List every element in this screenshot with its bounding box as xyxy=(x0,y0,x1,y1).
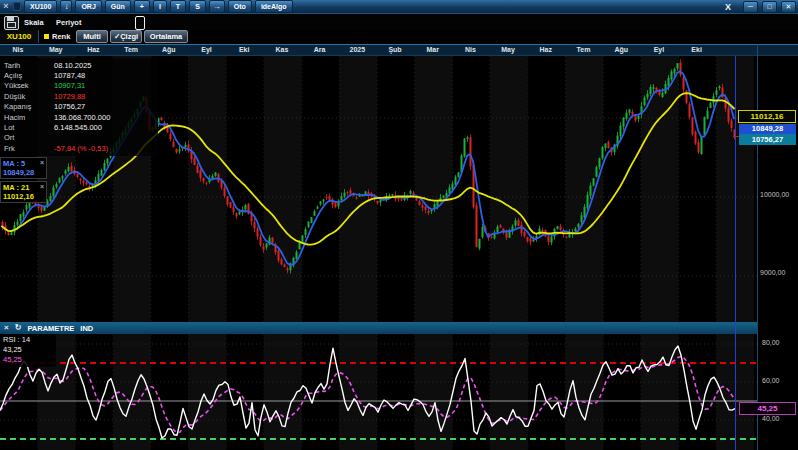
quote-value: 08.10.2025 xyxy=(54,61,92,70)
menu-skala[interactable]: Skala xyxy=(24,18,44,27)
ma5-label: MA : 5 xyxy=(3,159,25,168)
orj-button[interactable]: ORJ xyxy=(75,0,101,13)
quote-label: Ort xyxy=(4,133,54,142)
month-label: Nis xyxy=(3,46,33,53)
quote-label: Kapanış xyxy=(4,102,54,111)
window-minimize-button[interactable]: ─ xyxy=(743,1,758,13)
month-label: Şub xyxy=(380,46,410,53)
ind-menu[interactable]: IND xyxy=(80,324,93,333)
menu-bar: Skala Periyot xyxy=(0,13,798,30)
renk-control[interactable]: Renk xyxy=(44,32,70,41)
quote-label: Hacim xyxy=(4,113,54,122)
month-label: Mar xyxy=(418,46,448,53)
month-label: Kas xyxy=(267,46,297,53)
refresh-icon[interactable]: ↻ xyxy=(15,323,22,333)
month-label: May xyxy=(41,46,71,53)
cursor-vline xyxy=(735,56,736,450)
close-icon[interactable]: × xyxy=(4,323,9,333)
rsi-name: RSI : 14 xyxy=(3,335,56,345)
quote-panel: Tarih08.10.2025 Açılış10787,48 Yüksek109… xyxy=(0,58,158,156)
window-titlebar: × XU100 ↓ ORJ Gün + I T S → Oto ideAlgo … xyxy=(0,0,798,13)
month-label: Nis xyxy=(455,46,485,53)
quote-value: 10729,88 xyxy=(54,92,85,101)
ma21-legend-box: MA : 21× 11012,16 xyxy=(0,181,47,203)
oto-button[interactable]: Oto xyxy=(228,0,252,13)
color-swatch-icon xyxy=(44,34,49,39)
rsi-grid-label: 60,00 xyxy=(762,377,780,384)
window-maximize-button[interactable]: □ xyxy=(762,1,777,13)
period-gun-button[interactable]: Gün xyxy=(105,0,131,13)
price-grid-label: 9000,00 xyxy=(760,269,785,276)
rsi-white-value: 43,25 xyxy=(3,345,56,355)
quote-label: Tarih xyxy=(4,61,54,70)
time-axis[interactable]: NisMayHazTemAğuEylEkiKasAra2025ŞubMarNis… xyxy=(0,44,798,56)
quote-value: 10756,27 xyxy=(54,102,85,111)
ma5-value: 10849,28 xyxy=(3,168,44,177)
zoom-in-button[interactable]: + xyxy=(134,0,150,13)
ma21-price-tag: 11012,16 xyxy=(738,110,796,123)
rsi-chart-area[interactable] xyxy=(0,334,757,450)
window-close-button[interactable]: ✕ xyxy=(781,1,796,13)
month-label: 2025 xyxy=(342,46,372,53)
quote-label: Yüksek xyxy=(4,81,54,90)
last-price-tag: 10756,27 xyxy=(739,134,796,145)
ma21-value: 11012,16 xyxy=(3,192,44,201)
quote-value: 6.148.545.000 xyxy=(54,123,102,132)
month-label: Ağu xyxy=(154,46,184,53)
rsi-panel-header: × ↻ PARAMETRE IND xyxy=(0,322,757,334)
study-button[interactable]: S xyxy=(189,0,206,13)
axis-divider xyxy=(757,44,758,450)
quote-value: 10787,48 xyxy=(54,71,85,80)
ma5-price-tag: 10849,28 xyxy=(739,124,796,134)
renk-label: Renk xyxy=(52,32,70,41)
month-label: Tem xyxy=(569,46,599,53)
month-label: Eki xyxy=(682,46,712,53)
quote-label: Frk xyxy=(4,144,54,153)
tab-bar: XU100 Renk Multi ✓ Çizgi Ortalama xyxy=(0,30,798,44)
ma5-legend-box: MA : 5× 10849,28 xyxy=(0,157,47,179)
close-icon[interactable]: × xyxy=(40,183,44,192)
pin-icon[interactable] xyxy=(13,2,21,11)
close-icon[interactable]: × xyxy=(40,159,44,168)
empty-input-box[interactable] xyxy=(135,16,145,30)
cizgi-label: Çizgi xyxy=(120,32,138,41)
arrow-down-icon[interactable]: ↓ xyxy=(60,0,72,13)
quote-value: -57,84 (% -0,53) xyxy=(54,144,108,153)
rsi-value-tag: 45,25 xyxy=(739,402,796,415)
month-label: May xyxy=(493,46,523,53)
symbol-button[interactable]: XU100 xyxy=(24,0,57,13)
save-icon[interactable] xyxy=(4,16,19,30)
month-label: Eki xyxy=(229,46,259,53)
month-label: Haz xyxy=(78,46,108,53)
quote-label: Lot xyxy=(4,123,54,132)
quote-label: Açılış xyxy=(4,71,54,80)
quote-value: 136.068.700.000 xyxy=(54,113,110,122)
quote-value: 10907,31 xyxy=(54,81,85,90)
quote-label: Düşük xyxy=(4,92,54,101)
trading-app-window: × XU100 ↓ ORJ Gün + I T S → Oto ideAlgo … xyxy=(0,0,798,450)
rsi-grid-label: 40,00 xyxy=(762,415,780,422)
month-label: Eyl xyxy=(192,46,222,53)
indicator-button[interactable]: I xyxy=(153,0,167,13)
ortalama-button[interactable]: Ortalama xyxy=(144,30,188,43)
price-grid-label: 10000,00 xyxy=(760,191,789,198)
month-label: Haz xyxy=(531,46,561,53)
ma21-label: MA : 21 xyxy=(3,183,29,192)
idealgo-button[interactable]: ideAlgo xyxy=(255,0,293,13)
parametre-menu[interactable]: PARAMETRE xyxy=(27,324,74,333)
tab-xu100[interactable]: XU100 xyxy=(0,30,39,43)
month-label: Eyl xyxy=(644,46,674,53)
month-label: Tem xyxy=(116,46,146,53)
cizgi-button[interactable]: ✓ Çizgi xyxy=(110,30,142,43)
menu-periyot[interactable]: Periyot xyxy=(56,18,81,27)
month-label: Ara xyxy=(305,46,335,53)
rsi-chart xyxy=(0,334,757,450)
rsi-grid-label: 80,00 xyxy=(762,339,780,346)
arrow-right-icon[interactable]: → xyxy=(209,0,225,13)
panel-close-icon[interactable]: × xyxy=(2,2,10,11)
rsi-signal-value: 45,25 xyxy=(3,355,56,365)
trend-button[interactable]: T xyxy=(170,0,186,13)
rsi-legend: RSI : 14 43,25 45,25 xyxy=(0,334,56,367)
multi-button[interactable]: Multi xyxy=(76,30,108,43)
close-chart-icon[interactable]: X xyxy=(725,2,731,12)
